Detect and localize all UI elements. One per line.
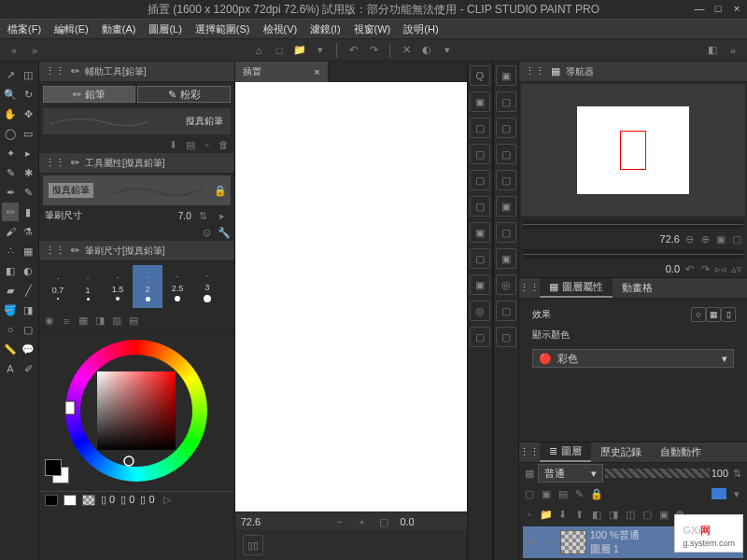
balloon-icon[interactable]: 💬 bbox=[20, 340, 36, 358]
spray-icon[interactable]: ∴ bbox=[2, 242, 19, 260]
white-chip[interactable] bbox=[63, 495, 77, 506]
panel-icon[interactable]: ▢ bbox=[496, 327, 516, 347]
tab-autoaction[interactable]: 自動動作 bbox=[651, 442, 711, 462]
pencil-icon[interactable]: ✏ bbox=[2, 203, 19, 221]
fit-icon[interactable]: ▢ bbox=[377, 515, 390, 528]
menu-filter[interactable]: 濾鏡(I) bbox=[310, 22, 340, 36]
open-icon[interactable]: 📁 bbox=[289, 41, 310, 60]
flip-v-icon[interactable]: ▵▿ bbox=[730, 262, 743, 275]
chevron-left-icon[interactable]: « bbox=[4, 41, 24, 60]
menu-layer[interactable]: 圖層(L) bbox=[148, 22, 181, 36]
text-icon[interactable]: A bbox=[2, 359, 19, 378]
wand-icon[interactable]: ✦ bbox=[2, 144, 19, 162]
panel-icon[interactable]: ▢ bbox=[470, 196, 490, 217]
tab-anim-cell[interactable]: 動畫格 bbox=[613, 278, 662, 298]
panel-icon[interactable]: ▢ bbox=[496, 222, 516, 243]
trash-icon[interactable]: 🗑 bbox=[218, 138, 231, 151]
blend-mode-dropdown[interactable]: 普通▾ bbox=[538, 464, 603, 483]
tab-layer-property[interactable]: ▦圖層屬性 bbox=[540, 278, 613, 298]
rotate-cw-icon[interactable]: ↷ bbox=[698, 262, 712, 275]
menu-selection[interactable]: 選擇範圍(S) bbox=[195, 22, 250, 36]
ruler-icon[interactable]: 📏 bbox=[2, 340, 19, 358]
grip-icon[interactable]: ⋮⋮ bbox=[45, 65, 65, 77]
plus-icon[interactable]: + bbox=[355, 515, 368, 528]
size-cell[interactable]: ·1 bbox=[73, 265, 103, 308]
transparent-chip[interactable] bbox=[82, 495, 95, 506]
panel-icon[interactable]: ▣ bbox=[470, 274, 490, 295]
correct-icon[interactable]: ✐ bbox=[20, 359, 36, 378]
stepper-icon[interactable]: ⇅ bbox=[730, 467, 743, 480]
rotation-value[interactable]: 0.0 bbox=[400, 516, 414, 527]
close-button[interactable]: × bbox=[730, 2, 743, 15]
layer-thumbnail[interactable] bbox=[560, 530, 586, 554]
undo-icon[interactable]: ↶ bbox=[343, 41, 363, 60]
minimize-button[interactable]: — bbox=[693, 2, 706, 15]
grip-icon[interactable]: ⋮⋮ bbox=[525, 65, 545, 77]
history-tab-icon[interactable]: ▤ bbox=[127, 315, 140, 328]
tab-layers[interactable]: ≣圖層 bbox=[540, 442, 591, 462]
minus-icon[interactable]: ⊖ bbox=[683, 232, 696, 245]
rotate-ccw-icon[interactable]: ↶ bbox=[683, 262, 696, 275]
wrench-icon[interactable]: 🔧 bbox=[218, 226, 231, 239]
dropdown-icon[interactable]: ▾ bbox=[437, 41, 458, 60]
approx-tab-icon[interactable]: ▥ bbox=[110, 315, 123, 328]
panel-icon[interactable]: ▢ bbox=[496, 301, 516, 321]
panel-icon[interactable]: ▢ bbox=[496, 118, 516, 138]
menu-window[interactable]: 視窗(W) bbox=[354, 22, 391, 36]
minus-icon[interactable]: − bbox=[332, 515, 345, 528]
ref-color-icon[interactable] bbox=[712, 488, 726, 499]
quick-access-icon[interactable]: Q bbox=[470, 65, 490, 86]
nav-viewport-rect[interactable] bbox=[620, 131, 646, 170]
gradient-icon[interactable]: ◨ bbox=[20, 301, 36, 319]
save-icon[interactable]: ▾ bbox=[310, 41, 331, 60]
marker-icon[interactable]: ▮ bbox=[20, 203, 36, 221]
color-slider-tab-icon[interactable]: ≡ bbox=[60, 315, 73, 328]
size-cell[interactable]: ·2 bbox=[133, 265, 162, 308]
tab-history[interactable]: 歷史記錄 bbox=[591, 442, 651, 462]
ruler-icon[interactable]: ◫ bbox=[624, 508, 637, 521]
panel-icon[interactable]: ▢ bbox=[470, 144, 490, 164]
clear-icon[interactable]: ✕ bbox=[396, 41, 416, 60]
new-layer-icon[interactable]: ▫ bbox=[523, 508, 536, 521]
effect-border-icon[interactable]: ○ bbox=[691, 307, 706, 322]
progress-icon[interactable]: ◐ bbox=[416, 41, 437, 60]
panel-icon[interactable]: ▣ bbox=[496, 65, 516, 86]
effect-layer-icon[interactable]: ▯ bbox=[721, 307, 736, 322]
move-icon[interactable]: ✥ bbox=[20, 105, 36, 123]
panel-icon[interactable]: ▢ bbox=[496, 91, 516, 112]
frame-icon[interactable]: ▢ bbox=[20, 320, 36, 339]
merge-icon[interactable]: ⬆ bbox=[573, 508, 586, 521]
csp-icon[interactable]: ◧ bbox=[702, 41, 723, 60]
navigator-preview[interactable] bbox=[521, 84, 745, 216]
play-icon[interactable]: ▷ bbox=[161, 494, 174, 507]
reset-icon[interactable]: ⊙ bbox=[201, 226, 214, 239]
effect-tone-icon[interactable]: ▦ bbox=[706, 307, 721, 322]
pen-icon[interactable]: ✒ bbox=[2, 183, 19, 202]
lock-icon[interactable]: ▢ bbox=[523, 487, 536, 500]
object-tool-icon[interactable]: ◫ bbox=[20, 65, 36, 84]
panel-icon[interactable]: ▢ bbox=[496, 170, 516, 190]
rotate-icon[interactable]: ↻ bbox=[20, 85, 36, 104]
new-folder-icon[interactable]: 📁 bbox=[540, 508, 553, 521]
blend-icon[interactable]: ◐ bbox=[20, 261, 36, 280]
color-wheel[interactable] bbox=[39, 330, 234, 491]
two-icon[interactable]: ▣ bbox=[657, 508, 670, 521]
fill-icon[interactable]: 🪣 bbox=[2, 301, 19, 319]
flip-h-icon[interactable]: ▹◃ bbox=[714, 262, 727, 275]
subtool-pastel[interactable]: ✎粉彩 bbox=[137, 86, 230, 103]
pick-icon[interactable]: ▸ bbox=[20, 144, 36, 162]
color-set-tab-icon[interactable]: ▦ bbox=[77, 315, 90, 328]
panel-icon[interactable]: ▢ bbox=[470, 327, 490, 347]
eye-icon[interactable]: 👁 bbox=[527, 536, 540, 549]
color-mode-dropdown[interactable]: 🔴 彩色 ▾ bbox=[532, 349, 734, 368]
mask-icon[interactable]: ◧ bbox=[590, 508, 603, 521]
lock-icon[interactable]: ▣ bbox=[540, 487, 553, 500]
timeline-icon[interactable]: ▯▯ bbox=[243, 535, 263, 555]
menu-file[interactable]: 檔案(F) bbox=[7, 22, 41, 36]
chevron-right-icon[interactable]: » bbox=[24, 41, 45, 60]
panel-icon[interactable]: ▢ bbox=[470, 170, 490, 190]
fg-swatch[interactable] bbox=[45, 459, 62, 476]
material-icon[interactable]: ▣ bbox=[470, 91, 490, 112]
redo-icon[interactable]: ↷ bbox=[363, 41, 384, 60]
lock-icon[interactable]: ▤ bbox=[557, 487, 570, 500]
